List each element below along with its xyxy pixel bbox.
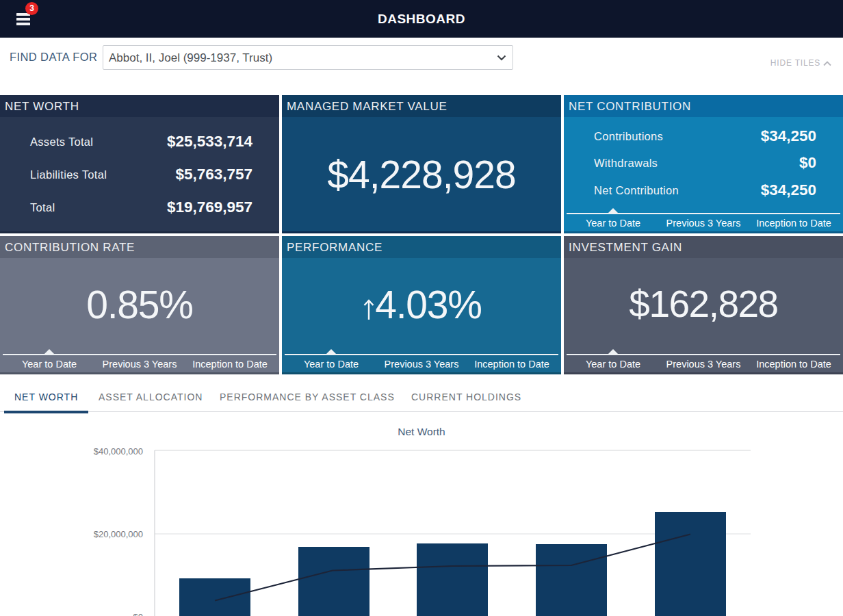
svg-text:$0: $0 — [133, 612, 143, 616]
svg-text:$20,000,000: $20,000,000 — [94, 529, 143, 539]
svg-text:$40,000,000: $40,000,000 — [94, 446, 143, 457]
